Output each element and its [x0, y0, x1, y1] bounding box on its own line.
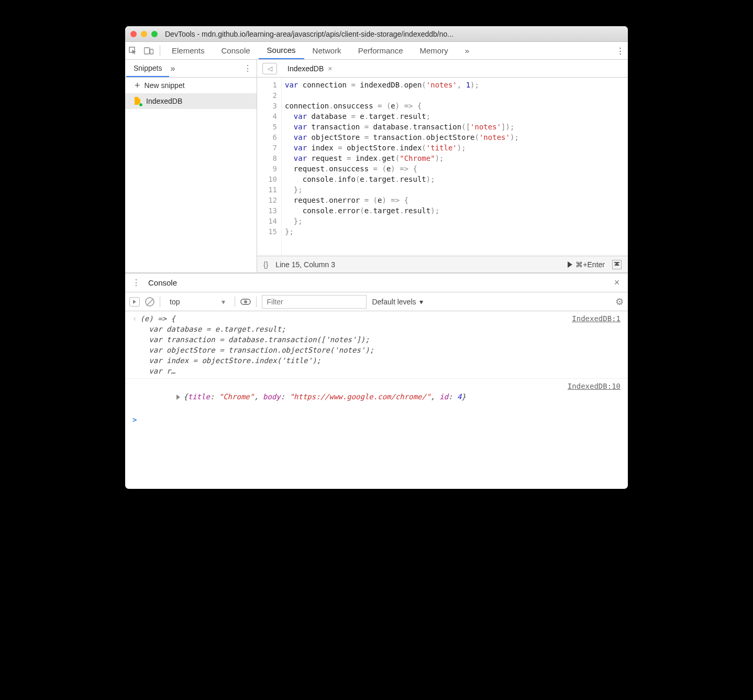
snippet-status-dot-icon: [139, 103, 143, 107]
svg-rect-2: [150, 49, 153, 54]
window-minimize-button[interactable]: [141, 31, 147, 37]
separator: [160, 46, 160, 56]
window-zoom-button[interactable]: [151, 31, 158, 37]
sidebar-tab-overflow[interactable]: »: [170, 64, 175, 73]
console-message: {title: "Chrome", body: "https://www.goo…: [125, 378, 628, 412]
source-text[interactable]: var connection = indexedDB.open('notes',…: [281, 78, 628, 256]
console-filter-input[interactable]: [262, 295, 367, 309]
play-icon: [568, 261, 572, 268]
devtools-window: DevTools - mdn.github.io/learning-area/j…: [125, 26, 628, 489]
clear-console-icon[interactable]: [145, 297, 154, 307]
snippet-file-icon: [134, 97, 141, 105]
separator: [235, 297, 235, 307]
toolbar-menu-icon[interactable]: ⋮: [612, 42, 628, 59]
inspect-element-icon[interactable]: [125, 42, 141, 59]
context-selector[interactable]: top ▾: [165, 297, 229, 307]
toolbar-tab-console[interactable]: Console: [213, 42, 259, 59]
code-editor[interactable]: 123456789101112131415 var connection = i…: [257, 78, 628, 256]
log-level-label: Default levels: [372, 298, 416, 306]
console-message: ‹ (e) => { var database = e.target.resul…: [125, 313, 628, 376]
editor-column: ◁ IndexedDB × 123456789101112131415 var …: [257, 60, 628, 272]
main-toolbar: ElementsConsoleSourcesNetworkPerformance…: [125, 42, 628, 60]
window-close-button[interactable]: [130, 31, 137, 37]
toolbar-tab-sources[interactable]: Sources: [259, 42, 304, 59]
plus-icon: +: [135, 81, 140, 90]
toolbar-tab-memory[interactable]: Memory: [412, 42, 457, 59]
console-message-text[interactable]: (e) => { var database = e.target.result;…: [140, 313, 566, 376]
chevron-down-icon: ▾: [419, 298, 423, 306]
navigator-toggle-icon[interactable]: ◁: [262, 63, 277, 74]
sources-sidebar: Snippets » ⋮ + New snippet IndexedDB: [125, 60, 257, 272]
window-title: DevTools - mdn.github.io/learning-area/j…: [165, 30, 453, 38]
toolbar-tab-elements[interactable]: Elements: [163, 42, 213, 59]
svg-rect-1: [145, 48, 150, 54]
chevron-down-icon: ▾: [222, 298, 225, 306]
snippet-item-indexeddb[interactable]: IndexedDB: [125, 93, 257, 109]
run-shortcut-label: ⌘+Enter: [575, 260, 605, 269]
console-sidebar-toggle-icon[interactable]: [129, 297, 140, 307]
drawer-tabstrip: ⋮ Console ×: [125, 274, 628, 292]
snippet-item-label: IndexedDB: [146, 97, 182, 105]
close-tab-icon[interactable]: ×: [328, 64, 332, 73]
console-output: ‹ (e) => { var database = e.target.resul…: [125, 311, 628, 489]
toolbar-tab-network[interactable]: Network: [304, 42, 350, 59]
expand-icon[interactable]: [176, 395, 180, 400]
editor-statusbar: {} Line 15, Column 3 ⌘+Enter: [257, 256, 628, 272]
new-snippet-button[interactable]: + New snippet: [125, 78, 257, 93]
separator: [256, 297, 257, 307]
console-toolbar: top ▾ Default levels ▾ ⚙: [125, 292, 628, 311]
sidebar-tabstrip: Snippets » ⋮: [125, 60, 257, 78]
device-toolbar-icon[interactable]: [141, 42, 157, 59]
toolbar-tab-performance[interactable]: Performance: [350, 42, 412, 59]
sources-workarea: Snippets » ⋮ + New snippet IndexedDB ◁ I: [125, 60, 628, 273]
editor-tab-indexeddb[interactable]: IndexedDB ×: [281, 60, 338, 77]
editor-tabstrip: ◁ IndexedDB ×: [257, 60, 628, 78]
console-prompt[interactable]: >: [125, 412, 628, 427]
pretty-print-icon[interactable]: {}: [263, 260, 268, 269]
sidebar-menu-icon[interactable]: ⋮: [240, 63, 256, 73]
drawer-tab-console[interactable]: Console: [144, 278, 181, 287]
live-expression-icon[interactable]: [240, 299, 251, 305]
cursor-position: Line 15, Column 3: [275, 260, 335, 269]
log-level-selector[interactable]: Default levels ▾: [372, 298, 423, 306]
toolbar-overflow[interactable]: »: [457, 42, 478, 59]
window-titlebar: DevTools - mdn.github.io/learning-area/j…: [125, 26, 628, 42]
drawer-menu-icon[interactable]: ⋮: [128, 278, 144, 288]
console-settings-icon[interactable]: ⚙: [615, 296, 624, 308]
separator: [160, 297, 160, 307]
sidebar-toggle-icon[interactable]: [612, 260, 622, 269]
console-drawer: ⋮ Console × top ▾ Default levels ▾ ⚙: [125, 273, 628, 489]
drawer-close-icon[interactable]: ×: [609, 277, 625, 288]
sidebar-tab-snippets[interactable]: Snippets: [126, 60, 169, 77]
new-snippet-label: New snippet: [145, 81, 185, 90]
editor-tab-label: IndexedDB: [287, 64, 324, 73]
run-snippet-button[interactable]: ⌘+Enter: [568, 260, 605, 269]
input-arrow-icon: ‹: [132, 313, 137, 376]
source-link[interactable]: IndexedDB:1: [566, 313, 621, 376]
source-link[interactable]: IndexedDB:10: [561, 381, 621, 412]
console-message-text[interactable]: {title: "Chrome", body: "https://www.goo…: [132, 381, 561, 412]
context-label: top: [170, 298, 180, 306]
line-number-gutter: 123456789101112131415: [257, 78, 281, 256]
